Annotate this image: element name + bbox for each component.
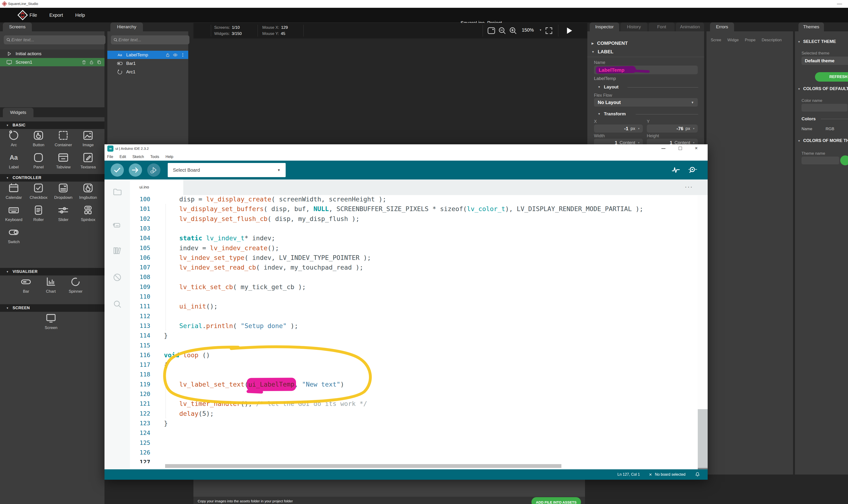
section-layout[interactable]: ▼Layout	[598, 85, 618, 90]
widget-item-bar[interactable]: Bar	[14, 275, 38, 298]
add-theme-button[interactable]	[840, 156, 848, 165]
boards-manager-icon[interactable]	[112, 220, 122, 230]
widget-item-keyboard[interactable]: Keyboard	[1, 204, 26, 226]
section-colors-more[interactable]: ▼COLORS OF MORE THE	[798, 138, 848, 143]
tab-screens[interactable]: Screens	[3, 22, 32, 31]
hierarchy-item-labeltemp[interactable]: Aa LabelTemp	[107, 51, 188, 59]
debug-button[interactable]	[147, 163, 160, 177]
height-input[interactable]: 1Content▾	[647, 139, 698, 145]
tab-font[interactable]: Font	[649, 22, 674, 31]
code-line-101[interactable]: 101 lv_display_set_buffers( disp, buf, N…	[130, 204, 698, 214]
arduino-menu-help[interactable]: Help	[166, 155, 174, 159]
widget-item-label[interactable]: Aa Label	[1, 151, 26, 173]
code-line-112[interactable]: 112	[130, 311, 698, 321]
code-line-126[interactable]: 126	[130, 448, 698, 457]
verify-button[interactable]	[111, 163, 124, 177]
code-line-106[interactable]: 106 lv_indev_set_type( indev, LV_INDEV_T…	[130, 253, 698, 263]
errors-col-description[interactable]: Description	[762, 38, 782, 42]
serial-monitor-icon[interactable]	[688, 165, 697, 175]
widget-item-calendar[interactable]: Calendar	[1, 182, 26, 204]
fit-image-icon[interactable]	[487, 26, 496, 35]
maximize-icon[interactable]	[679, 147, 682, 150]
add-file-into-assets-button[interactable]: ADD FILE INTO ASSETS	[531, 497, 581, 504]
x-input[interactable]: -1px▾	[594, 125, 643, 132]
widget-item-container[interactable]: Container	[51, 129, 76, 151]
hierarchy-search-input[interactable]	[118, 37, 187, 43]
code-line-124[interactable]: 124	[130, 428, 698, 438]
tab-ui-ino[interactable]: ui.ino	[130, 179, 183, 195]
minimize-icon[interactable]	[662, 148, 665, 149]
tab-overflow-menu-icon[interactable]: ···	[685, 183, 693, 191]
fullscreen-icon[interactable]	[544, 26, 553, 35]
widget-section-basic[interactable]: ▼BASIC	[0, 122, 105, 129]
code-line-109[interactable]: 109 lv_tick_set_cb( my_tick_get_cb );	[130, 282, 698, 292]
code-line-105[interactable]: 105 indev = lv_indev_create();	[130, 243, 698, 253]
section-select-theme[interactable]: ▼SELECT THEME	[798, 39, 836, 44]
section-colors-default[interactable]: ▼COLORS OF DEFAULT T	[798, 86, 848, 91]
widget-item-textarea[interactable]: Textarea	[76, 151, 101, 173]
menu-file[interactable]: File	[30, 13, 37, 18]
code-line-120[interactable]: 120	[130, 389, 698, 399]
tab-animation[interactable]: Animation	[676, 22, 704, 31]
code-line-114[interactable]: 114 }	[130, 331, 698, 341]
close-icon[interactable]: ✕	[649, 472, 652, 477]
play-button[interactable]	[564, 26, 574, 35]
zoom-out-icon[interactable]	[498, 26, 507, 35]
code-line-113[interactable]: 113 Serial.println( "Setup done" );	[130, 321, 698, 331]
hierarchy-item-bar1[interactable]: Bar1	[107, 59, 188, 68]
board-selector[interactable]: Select Board ▼	[168, 163, 286, 177]
code-line-118[interactable]: 118	[130, 370, 698, 379]
screens-search-input[interactable]	[11, 37, 103, 43]
section-label[interactable]: ▼LABEL	[592, 49, 614, 54]
tab-widgets[interactable]: Widgets	[3, 108, 34, 117]
y-input[interactable]: -76px▾	[647, 125, 698, 132]
flex-flow-dropdown[interactable]: No Layout ▼	[594, 98, 698, 107]
errors-col-scree[interactable]: Scree	[711, 38, 721, 42]
widget-item-panel[interactable]: Panel	[26, 151, 51, 173]
code-line-110[interactable]: 110	[130, 292, 698, 302]
unlock-icon[interactable]	[165, 52, 170, 57]
widget-item-dropdown[interactable]: Dropdown	[51, 182, 76, 204]
errors-col-widge[interactable]: Widge	[727, 38, 739, 42]
os-minimize-button[interactable]	[837, 4, 842, 4]
code-line-102[interactable]: 102 lv_display_set_flush_cb( disp, my_di…	[130, 214, 698, 224]
code-line-115[interactable]: 115	[130, 341, 698, 350]
code-editor[interactable]: 100 disp = lv_display_create( screenWidt…	[130, 195, 698, 463]
widget-item-arc[interactable]: Arc	[1, 129, 26, 151]
arduino-menu-edit[interactable]: Edit	[120, 155, 126, 159]
screens-search[interactable]	[4, 35, 105, 44]
widget-item-button[interactable]: Button	[26, 129, 51, 151]
arduino-menu-sketch[interactable]: Sketch	[132, 155, 144, 159]
code-line-122[interactable]: 122 delay(5);	[130, 409, 698, 419]
width-input[interactable]: 1Content▾	[594, 139, 643, 145]
widget-item-screen[interactable]: Screen	[39, 312, 64, 334]
widget-item-image[interactable]: Image	[76, 129, 101, 151]
code-line-103[interactable]: 103	[130, 223, 698, 233]
hierarchy-search[interactable]	[111, 35, 190, 44]
code-line-127[interactable]: 127	[130, 457, 698, 463]
tab-themes[interactable]: Themes	[798, 22, 824, 31]
hierarchy-item-arc1[interactable]: Arc1	[107, 68, 188, 76]
upload-button[interactable]	[129, 163, 142, 177]
code-line-123[interactable]: 123 }	[130, 418, 698, 428]
eye-icon[interactable]	[173, 52, 178, 57]
code-line-108[interactable]: 108	[130, 272, 698, 282]
library-manager-icon[interactable]	[112, 246, 122, 255]
code-line-119[interactable]: 119 lv_label_set_text(ui_LabelTemp, "New…	[130, 379, 698, 390]
tab-history[interactable]: History	[620, 22, 648, 31]
code-line-107[interactable]: 107 lv_indev_set_read_cb( indev, my_touc…	[130, 263, 698, 272]
unlock-icon[interactable]	[89, 60, 94, 65]
zoom-caret-icon[interactable]: ▼	[539, 29, 542, 31]
tab-inspector[interactable]: Inspector	[590, 22, 619, 31]
close-icon[interactable]: ✕	[695, 146, 698, 150]
serial-plotter-icon[interactable]	[671, 165, 681, 175]
code-line-121[interactable]: 121 lv_timer_handler(); /* let the GUI d…	[130, 399, 698, 409]
horizontal-scrollbar-thumb[interactable]	[165, 464, 561, 468]
theme-name-input[interactable]	[801, 157, 839, 164]
widget-item-spinner[interactable]: Spinner	[63, 275, 88, 298]
widget-item-slider[interactable]: Slider	[51, 204, 76, 226]
widget-section-visualiser[interactable]: ▼VISUALISER	[0, 268, 105, 275]
section-component[interactable]: ▶COMPONENT	[592, 40, 628, 46]
widget-item-tabview[interactable]: Tabview	[51, 151, 76, 173]
errors-col-prope[interactable]: Prope	[745, 38, 756, 42]
